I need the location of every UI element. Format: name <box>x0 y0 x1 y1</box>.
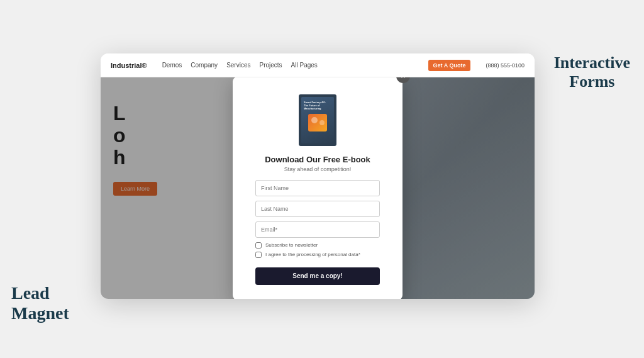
agree-checkbox-row: I agree to the processing of personal da… <box>255 252 380 258</box>
modal-dialog: × Smart Factory 4.0:The Future ofManufac… <box>233 77 402 299</box>
ebook-cover-title: Smart Factory 4.0:The Future ofManufactu… <box>304 101 331 111</box>
nav-phone: (888) 555-0100 <box>486 62 525 69</box>
nav-link-projects[interactable]: Projects <box>259 62 282 69</box>
nav-link-demos[interactable]: Demos <box>162 62 182 69</box>
annotation-line1: Interactive <box>554 53 630 72</box>
annotation-lead-line2: Magnet <box>11 303 69 323</box>
browser-window: Industrial® Demos Company Services Proje… <box>101 53 535 299</box>
ebook-cover-graphic <box>308 114 327 131</box>
hero-area: Loh Learn More × Smart Factory 4.0:The F… <box>101 77 535 299</box>
modal-overlay: × Smart Factory 4.0:The Future ofManufac… <box>101 77 535 299</box>
nav-logo: Industrial® <box>111 62 147 69</box>
modal-close-button[interactable]: × <box>396 77 410 83</box>
modal-title: Download Our Free E-book <box>255 155 380 164</box>
annotation-lead-line1: Lead <box>11 283 50 303</box>
subscribe-label: Subscribe to newsletter <box>265 242 318 248</box>
annotation-lead-magnet: Lead Magnet <box>11 283 69 323</box>
email-input[interactable] <box>255 221 380 238</box>
subscribe-checkbox-row: Subscribe to newsletter <box>255 242 380 249</box>
ebook-cover-inner: Smart Factory 4.0:The Future ofManufactu… <box>301 97 334 143</box>
nav-links: Demos Company Services Projects All Page… <box>162 62 413 69</box>
nav-bar: Industrial® Demos Company Services Proje… <box>101 53 535 77</box>
nav-link-company[interactable]: Company <box>191 62 218 69</box>
nav-link-services[interactable]: Services <box>226 62 250 69</box>
modal-close-icon: × <box>401 77 405 80</box>
subscribe-checkbox[interactable] <box>255 242 262 249</box>
agree-checkbox[interactable] <box>255 252 262 258</box>
nav-cta-button[interactable]: Get A Quote <box>428 60 471 71</box>
ebook-cover: Smart Factory 4.0:The Future ofManufactu… <box>299 94 336 146</box>
first-name-input[interactable] <box>255 180 380 196</box>
agree-label: I agree to the processing of personal da… <box>265 252 360 257</box>
annotation-line2: Forms <box>569 72 614 91</box>
modal-subtitle: Stay ahead of competition! <box>255 166 380 172</box>
last-name-input[interactable] <box>255 201 380 217</box>
nav-link-pages[interactable]: All Pages <box>291 62 318 69</box>
annotation-interactive-forms: Interactive Forms <box>554 53 630 91</box>
modal-submit-button[interactable]: Send me a copy! <box>255 267 380 285</box>
